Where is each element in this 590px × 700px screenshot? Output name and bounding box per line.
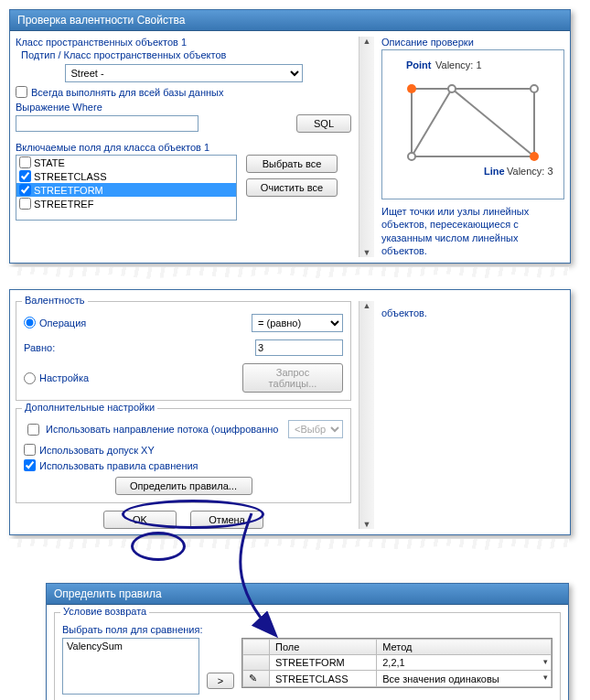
table-query-button[interactable]: Запрос таблицы... — [242, 363, 343, 393]
select-fields-label: Выбрать поля для сравнения: — [62, 624, 552, 635]
ok-button[interactable]: OK — [103, 511, 177, 529]
svg-point-10 — [530, 152, 539, 161]
flow-label: Использовать направление потока (оцифров… — [46, 424, 284, 435]
list-item[interactable]: STATE — [16, 156, 236, 169]
cell-field[interactable]: STREETFORM — [270, 655, 377, 671]
line-valency: Valency: 3 — [507, 166, 553, 177]
window3-title: Определить правила — [47, 584, 568, 605]
included-fields-label: Включаемые поля для класса объектов 1 — [16, 142, 351, 153]
operation-radio[interactable] — [24, 317, 36, 328]
svg-point-7 — [531, 85, 538, 92]
list-item[interactable]: ValencySum — [67, 641, 195, 652]
table-corner — [243, 640, 270, 655]
col-method-header: Метод — [377, 640, 552, 655]
list-item[interactable]: STREETFORM — [16, 183, 236, 197]
svg-point-6 — [407, 84, 416, 93]
fields-listbox[interactable]: STATE STREETCLASS STREETFORM STREET — [16, 155, 237, 221]
line-label: Line — [484, 166, 505, 177]
point-valency: Valency: 1 — [435, 59, 482, 70]
flow-select[interactable]: <Выбра — [288, 420, 343, 438]
svg-line-5 — [452, 89, 534, 156]
scroll-up-icon[interactable]: ▲ — [363, 37, 371, 46]
define-rules-button[interactable]: Определить правила... — [115, 477, 252, 495]
field-checkbox[interactable] — [19, 156, 31, 168]
cell-field[interactable]: STREETCLASS — [270, 671, 377, 687]
source-listbox[interactable]: ValencySum — [62, 638, 199, 695]
move-right-button[interactable]: > — [207, 673, 234, 689]
description-text: Ищет точки или узлы линейных объектов, п… — [381, 205, 564, 257]
col-field-header: Поле — [270, 640, 377, 655]
row-handle-icon[interactable]: ✎ — [243, 671, 270, 687]
subtype-label: Подтип / Класс пространственных объектов — [21, 49, 351, 60]
field-checkbox[interactable] — [19, 184, 31, 196]
table-row[interactable]: ✎ STREETCLASS Все значения одинаковы — [243, 671, 552, 687]
clear-all-button[interactable]: Очистить все — [246, 178, 338, 197]
list-item[interactable]: STREETREF — [16, 197, 236, 210]
cancel-button[interactable]: Отмена — [190, 511, 263, 529]
point-label: Point — [406, 59, 432, 70]
setup-label: Настройка — [39, 372, 89, 383]
setup-radio[interactable] — [24, 372, 36, 384]
class-label: Класс пространственных объектов 1 — [16, 37, 351, 48]
svg-point-9 — [408, 153, 415, 160]
scroll-down-icon[interactable]: ▼ — [363, 520, 371, 529]
row-handle-icon[interactable] — [243, 655, 270, 671]
stub-text: объектов. — [381, 307, 564, 319]
additional-group-title: Дополнительные настройки — [22, 402, 157, 413]
cell-method[interactable]: 2,2,1 — [377, 655, 552, 671]
rules-checkbox[interactable] — [24, 459, 36, 471]
field-checkbox[interactable] — [19, 198, 31, 210]
svg-point-8 — [448, 85, 456, 92]
field-checkbox[interactable] — [19, 170, 31, 182]
always-label: Всегда выполнять для всей базы данных — [31, 87, 223, 98]
equal-label: Равно: — [24, 342, 55, 353]
svg-line-4 — [412, 89, 452, 156]
flow-checkbox[interactable] — [27, 424, 39, 436]
xy-label: Использовать допуск XY — [39, 445, 155, 456]
cell-method[interactable]: Все значения одинаковы — [377, 671, 552, 687]
field-name: STREETFORM — [34, 185, 103, 196]
scrollbar[interactable]: ▲ ▼ — [359, 301, 374, 529]
table-row[interactable]: STREETFORM 2,2,1 — [243, 655, 552, 671]
description-diagram: Point Valency: 1 Line Valency: 3 — [381, 49, 564, 199]
select-all-button[interactable]: Выбрать все — [246, 155, 338, 173]
equal-input[interactable] — [255, 339, 343, 356]
field-name: STREETCLASS — [34, 171, 106, 182]
field-name: STATE — [34, 157, 65, 168]
operation-select[interactable]: = (равно) — [252, 314, 343, 332]
always-checkbox[interactable] — [16, 86, 27, 98]
valency-group-title: Валентность — [22, 295, 88, 306]
subtype-select[interactable]: Street - — [65, 64, 303, 82]
scroll-down-icon[interactable]: ▼ — [363, 248, 371, 257]
list-item[interactable]: STREETCLASS — [16, 169, 236, 183]
xy-checkbox[interactable] — [24, 444, 36, 456]
scroll-up-icon[interactable]: ▲ — [363, 301, 371, 310]
operation-label: Операция — [39, 318, 86, 328]
window-title: Проверка валентности Свойства — [10, 10, 570, 31]
where-input[interactable] — [16, 115, 198, 132]
rules-label: Использовать правила сравнения — [39, 460, 198, 471]
return-cond-title: Условие возврата — [60, 606, 149, 617]
desc-title: Описание проверки — [381, 37, 564, 48]
sql-button[interactable]: SQL — [296, 114, 351, 133]
scrollbar[interactable]: ▲ ▼ — [359, 37, 374, 257]
where-label: Выражение Where — [16, 102, 351, 113]
field-name: STREETREF — [34, 199, 93, 210]
